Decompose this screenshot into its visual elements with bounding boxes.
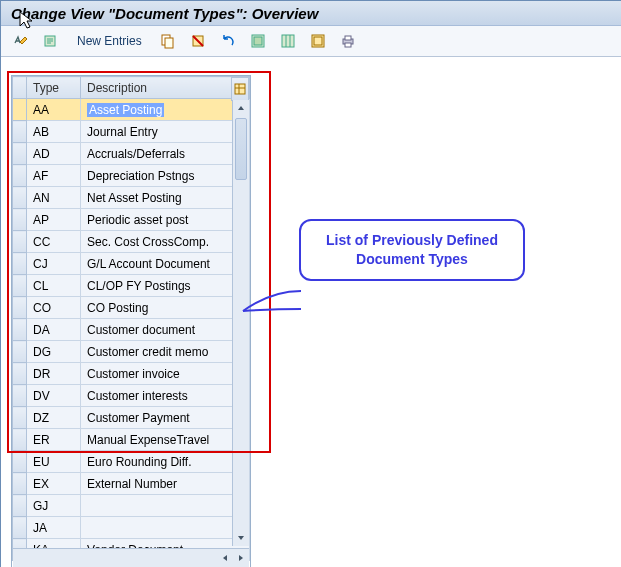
scroll-up-button[interactable] xyxy=(233,100,249,116)
cell-description[interactable]: Customer interests xyxy=(81,385,250,407)
cell-type[interactable]: GJ xyxy=(27,495,81,517)
copy-as-button[interactable] xyxy=(156,30,180,52)
column-header-description[interactable]: Description xyxy=(81,77,250,99)
row-selector[interactable] xyxy=(13,429,27,451)
scroll-down-button[interactable] xyxy=(233,530,249,546)
row-selector[interactable] xyxy=(13,143,27,165)
cell-type[interactable]: ER xyxy=(27,429,81,451)
row-selector[interactable] xyxy=(13,363,27,385)
cell-type[interactable]: AB xyxy=(27,121,81,143)
cell-description[interactable]: Manual ExpenseTravel xyxy=(81,429,250,451)
table-row[interactable]: AAAsset Posting xyxy=(13,99,250,121)
other-entry-button[interactable] xyxy=(39,30,63,52)
cell-description[interactable]: Depreciation Pstngs xyxy=(81,165,250,187)
cell-type[interactable]: DR xyxy=(27,363,81,385)
row-selector[interactable] xyxy=(13,99,27,121)
table-row[interactable]: ABJournal Entry xyxy=(13,121,250,143)
scroll-right-button[interactable] xyxy=(233,549,249,567)
row-selector[interactable] xyxy=(13,209,27,231)
cell-type[interactable]: JA xyxy=(27,517,81,539)
row-selector[interactable] xyxy=(13,341,27,363)
cell-type[interactable]: DA xyxy=(27,319,81,341)
row-selector[interactable] xyxy=(13,187,27,209)
row-selector[interactable] xyxy=(13,473,27,495)
cell-type[interactable]: CJ xyxy=(27,253,81,275)
cell-description[interactable]: CL/OP FY Postings xyxy=(81,275,250,297)
table-row[interactable]: APPeriodic asset post xyxy=(13,209,250,231)
cell-type[interactable]: AN xyxy=(27,187,81,209)
cell-description[interactable]: Periodic asset post xyxy=(81,209,250,231)
row-selector[interactable] xyxy=(13,297,27,319)
table-row[interactable]: EXExternal Number xyxy=(13,473,250,495)
cell-description[interactable]: Customer invoice xyxy=(81,363,250,385)
table-row[interactable]: CJG/L Account Document xyxy=(13,253,250,275)
cell-description[interactable]: Asset Posting xyxy=(81,99,250,121)
undo-button[interactable] xyxy=(216,30,240,52)
row-selector[interactable] xyxy=(13,495,27,517)
table-row[interactable]: CCSec. Cost CrossComp. xyxy=(13,231,250,253)
cell-description[interactable]: Sec. Cost CrossComp. xyxy=(81,231,250,253)
select-block-button[interactable] xyxy=(276,30,300,52)
cell-type[interactable]: DG xyxy=(27,341,81,363)
row-selector[interactable] xyxy=(13,319,27,341)
cell-type[interactable]: DV xyxy=(27,385,81,407)
row-selector[interactable] xyxy=(13,165,27,187)
cell-description[interactable]: G/L Account Document xyxy=(81,253,250,275)
cell-type[interactable]: CL xyxy=(27,275,81,297)
row-selector[interactable] xyxy=(13,451,27,473)
table-row[interactable]: DACustomer document xyxy=(13,319,250,341)
cell-type[interactable]: EX xyxy=(27,473,81,495)
table-row[interactable]: DZCustomer Payment xyxy=(13,407,250,429)
row-selector[interactable] xyxy=(13,253,27,275)
cell-description[interactable]: Customer Payment xyxy=(81,407,250,429)
table-row[interactable]: DGCustomer credit memo xyxy=(13,341,250,363)
row-selector[interactable] xyxy=(13,121,27,143)
cell-description[interactable]: CO Posting xyxy=(81,297,250,319)
table-row[interactable]: GJ xyxy=(13,495,250,517)
cell-type[interactable]: DZ xyxy=(27,407,81,429)
select-all-button[interactable] xyxy=(246,30,270,52)
table-row[interactable]: CLCL/OP FY Postings xyxy=(13,275,250,297)
table-row[interactable]: ANNet Asset Posting xyxy=(13,187,250,209)
row-selector[interactable] xyxy=(13,231,27,253)
cell-type[interactable]: AA xyxy=(27,99,81,121)
row-selector-header[interactable] xyxy=(13,77,27,99)
table-row[interactable]: ADAccruals/Deferrals xyxy=(13,143,250,165)
cell-description[interactable] xyxy=(81,495,250,517)
cell-description[interactable]: Net Asset Posting xyxy=(81,187,250,209)
table-row[interactable]: JA xyxy=(13,517,250,539)
table-row[interactable]: COCO Posting xyxy=(13,297,250,319)
toggle-change-display-button[interactable] xyxy=(9,30,33,52)
table-config-button[interactable] xyxy=(231,77,249,101)
cell-type[interactable]: CC xyxy=(27,231,81,253)
row-selector[interactable] xyxy=(13,407,27,429)
table-row[interactable]: AFDepreciation Pstngs xyxy=(13,165,250,187)
cell-type[interactable]: EU xyxy=(27,451,81,473)
cell-type[interactable]: AD xyxy=(27,143,81,165)
cell-description[interactable]: Customer document xyxy=(81,319,250,341)
cell-description[interactable]: Accruals/Deferrals xyxy=(81,143,250,165)
row-selector[interactable] xyxy=(13,275,27,297)
cell-description[interactable]: Euro Rounding Diff. xyxy=(81,451,250,473)
delete-button[interactable] xyxy=(186,30,210,52)
vertical-scrollbar[interactable] xyxy=(232,100,249,546)
table-row[interactable]: DVCustomer interests xyxy=(13,385,250,407)
new-entries-button[interactable]: New Entries xyxy=(69,30,150,52)
row-selector[interactable] xyxy=(13,517,27,539)
deselect-all-button[interactable] xyxy=(306,30,330,52)
cell-type[interactable]: AF xyxy=(27,165,81,187)
column-header-type[interactable]: Type xyxy=(27,77,81,99)
cell-description[interactable]: External Number xyxy=(81,473,250,495)
cell-description[interactable]: Journal Entry xyxy=(81,121,250,143)
scroll-left-button[interactable] xyxy=(217,549,233,567)
table-row[interactable]: DRCustomer invoice xyxy=(13,363,250,385)
cell-description[interactable]: Customer credit memo xyxy=(81,341,250,363)
horizontal-scrollbar[interactable] xyxy=(13,548,249,567)
cell-description[interactable] xyxy=(81,517,250,539)
row-selector[interactable] xyxy=(13,385,27,407)
cell-type[interactable]: CO xyxy=(27,297,81,319)
table-row[interactable]: ERManual ExpenseTravel xyxy=(13,429,250,451)
scroll-thumb[interactable] xyxy=(235,118,247,180)
cell-type[interactable]: AP xyxy=(27,209,81,231)
table-row[interactable]: EUEuro Rounding Diff. xyxy=(13,451,250,473)
